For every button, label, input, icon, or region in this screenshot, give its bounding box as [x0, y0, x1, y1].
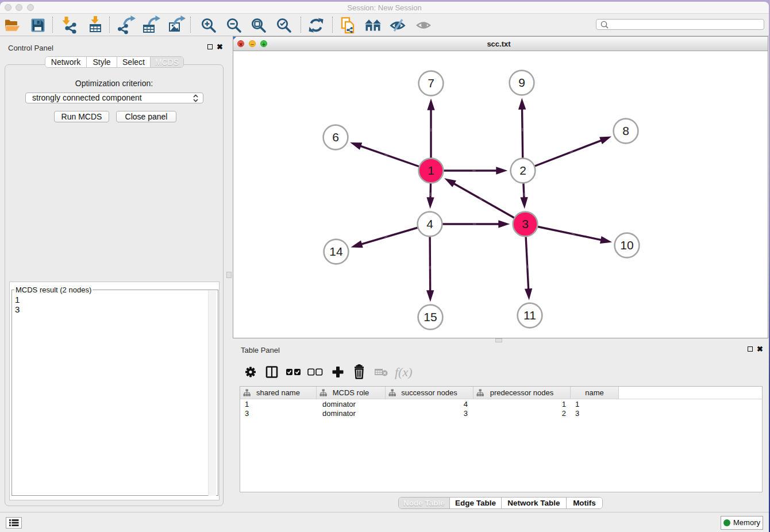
svg-text:8: 8 [622, 124, 629, 137]
svg-text:4: 4 [426, 217, 433, 230]
svg-text:3: 3 [522, 217, 529, 230]
svg-text:f(x): f(x) [395, 365, 413, 379]
svg-text:6: 6 [332, 130, 339, 144]
svg-text:7: 7 [428, 76, 434, 90]
svg-text:9: 9 [518, 76, 525, 89]
svg-text:2: 2 [519, 164, 526, 177]
svg-text:11: 11 [523, 309, 536, 322]
svg-text:14: 14 [329, 245, 343, 258]
svg-text:10: 10 [620, 238, 633, 252]
svg-text:15: 15 [424, 310, 437, 323]
svg-text:1: 1 [428, 164, 434, 177]
